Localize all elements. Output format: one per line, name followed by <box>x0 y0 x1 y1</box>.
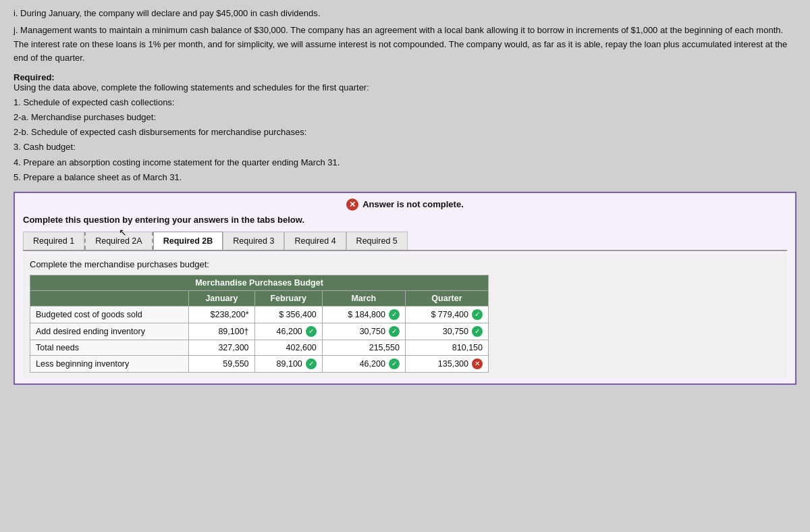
col-header-march: March <box>322 290 405 306</box>
check-icon: ✓ <box>472 309 483 320</box>
row-mar-2: 215,550 <box>322 340 405 355</box>
required-section: Required: Using the data above, complete… <box>14 72 796 185</box>
row-mar-3: 46,200 ✓ <box>322 355 405 372</box>
check-icon: ✓ <box>389 309 400 320</box>
tab-required3[interactable]: Required 3 <box>223 232 284 250</box>
row-feb-3: 89,100 ✓ <box>254 355 322 372</box>
col-header-january: January <box>189 290 254 306</box>
check-icon: ✓ <box>306 358 317 369</box>
x-icon: ✕ <box>472 358 483 369</box>
row-feb-0: $ 356,400 <box>254 306 322 323</box>
budget-table: Merchandise Purchases Budget January Feb… <box>30 275 489 373</box>
check-icon: ✓ <box>389 358 400 369</box>
instruction-text: Complete the merchandise purchases budge… <box>30 259 780 269</box>
list-item: 5. Prepare a balance sheet as of March 3… <box>14 170 796 185</box>
check-icon: ✓ <box>389 326 400 337</box>
row-feb-2: 402,600 <box>254 340 322 355</box>
answer-status: ✕ Answer is not complete. <box>23 198 787 211</box>
complete-question-text: Complete this question by entering your … <box>23 215 787 225</box>
row-jan-3: 59,550 <box>189 355 254 372</box>
content-area: Complete the merchandise purchases budge… <box>23 254 787 378</box>
table-row: Add desired ending inventory 89,100† 46,… <box>30 323 489 340</box>
row-mar-0: $ 184,800 ✓ <box>322 306 405 323</box>
tabs-row: Required 1 ↖ Required 2A Required 2B Req… <box>23 232 787 251</box>
row-jan-0: $238,200* <box>189 306 254 323</box>
row-qtr-3: 135,300 ✕ <box>405 355 488 372</box>
page-wrapper: i. During January, the company will decl… <box>0 0 810 398</box>
check-icon: ✓ <box>472 326 483 337</box>
table-title: Merchandise Purchases Budget <box>30 275 489 290</box>
row-mar-1: 30,750 ✓ <box>322 323 405 340</box>
required-label: Required: <box>14 72 55 82</box>
tab-required2a[interactable]: ↖ Required 2A <box>84 232 153 250</box>
row-qtr-2: 810,150 <box>405 340 488 355</box>
tab-required1[interactable]: Required 1 <box>23 232 84 250</box>
row-qtr-1: 30,750 ✓ <box>405 323 488 340</box>
table-row: Budgeted cost of goods sold $238,200* $ … <box>30 306 489 323</box>
tab-required5[interactable]: Required 5 <box>346 232 408 250</box>
list-item: 2-a. Merchandise purchases budget: <box>14 110 796 125</box>
list-item: 2-b. Schedule of expected cash disbursem… <box>14 125 796 140</box>
row-jan-1: 89,100† <box>189 323 254 340</box>
row-label-3: Less beginning inventory <box>30 355 189 372</box>
col-header-february: February <box>254 290 322 306</box>
row-qtr-0: $ 779,400 ✓ <box>405 306 488 323</box>
row-label-1: Add desired ending inventory <box>30 323 189 340</box>
list-item: 1. Schedule of expected cash collections… <box>14 95 796 110</box>
intro-line1: i. During January, the company will decl… <box>14 7 796 21</box>
not-complete-text: Answer is not complete. <box>362 199 464 209</box>
list-item: 3. Cash budget: <box>14 140 796 155</box>
col-header-quarter: Quarter <box>405 290 488 306</box>
list-item: 4. Prepare an absorption costing income … <box>14 155 796 170</box>
table-header-col-row: January February March Quarter <box>30 290 489 306</box>
check-icon: ✓ <box>306 326 317 337</box>
tab-required4[interactable]: Required 4 <box>284 232 346 250</box>
col-header-label <box>30 290 189 306</box>
not-complete-icon: ✕ <box>346 198 358 211</box>
cursor-icon: ↖ <box>119 227 127 238</box>
tab-required2b[interactable]: Required 2B <box>153 232 223 250</box>
row-jan-2: 327,300 <box>189 340 254 355</box>
intro-text: i. During January, the company will decl… <box>14 7 796 65</box>
required-desc: Using the data above, complete the follo… <box>14 82 796 92</box>
answer-box: ✕ Answer is not complete. Complete this … <box>14 192 796 385</box>
required-list: 1. Schedule of expected cash collections… <box>14 95 796 185</box>
row-label-2: Total needs <box>30 340 189 355</box>
table-row: Total needs 327,300 402,600 <box>30 340 489 355</box>
intro-line2: j. Management wants to maintain a minimu… <box>14 24 796 65</box>
table-row: Less beginning inventory 59,550 89,100 ✓ <box>30 355 489 372</box>
row-feb-1: 46,200 ✓ <box>254 323 322 340</box>
table-header-title-row: Merchandise Purchases Budget <box>30 275 489 290</box>
row-label-0: Budgeted cost of goods sold <box>30 306 189 323</box>
